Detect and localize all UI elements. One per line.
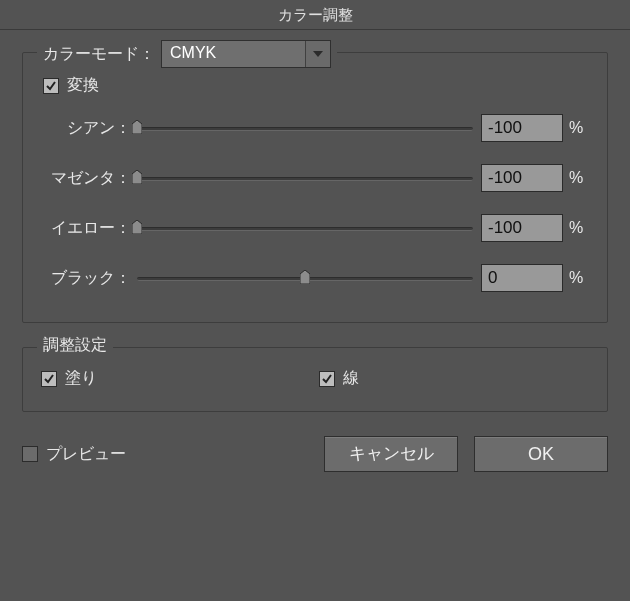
adjust-settings-legend: 調整設定 [37,335,113,356]
black-value-input[interactable]: 0 [481,264,563,292]
yellow-slider[interactable] [137,219,473,237]
ok-button[interactable]: OK [474,436,608,472]
color-mode-legend: カラーモード： CMYK [37,40,337,68]
color-mode-select[interactable]: CMYK [161,40,331,68]
yellow-unit: % [563,219,589,237]
svg-marker-4 [300,270,310,284]
yellow-value-input[interactable]: -100 [481,214,563,242]
cancel-button[interactable]: キャンセル [324,436,458,472]
preview-label: プレビュー [46,444,126,465]
black-slider[interactable] [137,269,473,287]
slider-handle-icon [132,170,142,184]
yellow-row: イエロー： -100 % [41,214,589,242]
cyan-slider[interactable] [137,119,473,137]
slider-handle-icon [132,120,142,134]
magenta-row: マゼンタ： -100 % [41,164,589,192]
cyan-row: シアン： -100 % [41,114,589,142]
slider-handle-icon [300,270,310,284]
dialog-content: カラーモード： CMYK 変換 シアン： -100 [0,30,630,412]
stroke-checkbox[interactable] [319,371,335,387]
black-row: ブラック： 0 % [41,264,589,292]
color-mode-value: CMYK [162,41,306,67]
svg-marker-2 [132,170,142,184]
convert-row: 変換 [43,75,589,96]
color-mode-group: カラーモード： CMYK 変換 シアン： -100 [22,52,608,323]
convert-label: 変換 [67,75,99,96]
stroke-row: 線 [319,368,589,389]
cyan-value-input[interactable]: -100 [481,114,563,142]
stroke-label: 線 [343,368,359,389]
black-label: ブラック： [41,268,133,289]
color-mode-label: カラーモード： [43,44,155,65]
chevron-down-icon [306,41,330,67]
yellow-label: イエロー： [41,218,133,239]
convert-checkbox[interactable] [43,78,59,94]
cyan-unit: % [563,119,589,137]
magenta-value-input[interactable]: -100 [481,164,563,192]
fill-checkbox[interactable] [41,371,57,387]
adjust-settings-group: 調整設定 塗り 線 [22,347,608,412]
svg-marker-3 [132,220,142,234]
slider-handle-icon [132,220,142,234]
fill-row: 塗り [41,368,311,389]
fill-label: 塗り [65,368,97,389]
magenta-unit: % [563,169,589,187]
adjust-settings-label: 調整設定 [43,335,107,356]
dialog-bottom-row: プレビュー キャンセル OK [0,436,630,472]
magenta-label: マゼンタ： [41,168,133,189]
magenta-slider[interactable] [137,169,473,187]
black-unit: % [563,269,589,287]
preview-checkbox[interactable] [22,446,38,462]
svg-marker-0 [313,51,323,57]
cyan-label: シアン： [41,118,133,139]
dialog-title: カラー調整 [0,0,630,30]
preview-row: プレビュー [22,444,308,465]
svg-marker-1 [132,120,142,134]
